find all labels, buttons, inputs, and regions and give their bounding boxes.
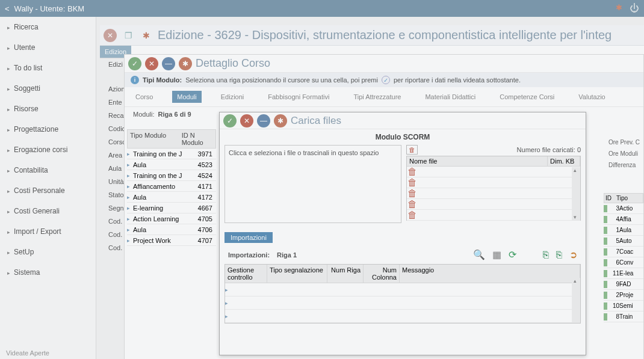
- sidebar-item[interactable]: Progettazione: [0, 119, 96, 140]
- table-row[interactable]: ▸: [225, 283, 580, 296]
- table-row[interactable]: ▸Training on the J3971: [127, 149, 216, 159]
- export-icon[interactable]: ➲: [569, 249, 577, 260]
- sidebar-item[interactable]: Contabilita: [0, 160, 96, 180]
- table-row[interactable]: ▸E-learning4667: [127, 203, 216, 213]
- info-icon: i: [131, 76, 139, 84]
- delete-icon[interactable]: 🗑: [406, 145, 418, 155]
- cancel-icon[interactable]: ✕: [145, 57, 158, 70]
- ok-icon[interactable]: ✓: [128, 57, 141, 70]
- col-header[interactable]: Tipo: [616, 195, 628, 201]
- summary-label: Differenza: [608, 162, 642, 168]
- col-header[interactable]: Tipo segnalazione: [267, 265, 327, 283]
- sidebar-item[interactable]: Risorse: [0, 99, 96, 119]
- delete-icon[interactable]: 🗑: [407, 210, 418, 221]
- table-row[interactable]: 11E-lea: [604, 268, 643, 279]
- table-row[interactable]: 🗑: [407, 210, 580, 221]
- cancel-icon[interactable]: ✕: [240, 114, 253, 127]
- summary-label: Ore Prev. C: [608, 139, 642, 146]
- moduli-table: Tipo Modulo ID N Modulo ▸Training on the…: [127, 129, 216, 246]
- sidebar-item[interactable]: Ricerca: [0, 17, 96, 37]
- grid-icon[interactable]: ▦: [492, 249, 501, 260]
- sidebar-item[interactable]: Import / Export: [0, 221, 96, 242]
- col-header[interactable]: Num Riga: [327, 265, 364, 283]
- sidebar-item[interactable]: Sistema: [0, 262, 96, 283]
- tab-moduli[interactable]: Moduli: [172, 91, 201, 103]
- tab-edizioni[interactable]: Edizioni: [216, 91, 249, 103]
- window-icon[interactable]: ❐: [122, 29, 135, 42]
- back-icon[interactable]: <: [5, 4, 10, 13]
- col-header[interactable]: Dim. KB: [548, 156, 580, 166]
- col-header[interactable]: ID: [605, 195, 616, 201]
- delete-icon[interactable]: 🗑: [407, 167, 418, 177]
- table-row[interactable]: 5Auto: [604, 236, 643, 247]
- close-icon[interactable]: ✕: [104, 29, 117, 42]
- table-row[interactable]: 7Coac: [604, 247, 643, 257]
- col-header[interactable]: Messaggio: [400, 265, 580, 283]
- tab-fabbisogni[interactable]: Fabbisogni Formativi: [263, 91, 334, 103]
- table-row[interactable]: 6Conv: [604, 257, 643, 268]
- sidebar-item[interactable]: Soggetti: [0, 78, 96, 99]
- file-drop-zone[interactable]: Clicca e seleziona i file o trascinali i…: [224, 145, 401, 223]
- minimize-icon[interactable]: —: [257, 114, 270, 127]
- bug-icon[interactable]: ✱: [179, 57, 192, 70]
- delete-icon[interactable]: 🗑: [407, 199, 418, 210]
- table-row[interactable]: ▸Aula4172: [127, 192, 216, 203]
- col-header[interactable]: Num Colonna: [364, 265, 400, 283]
- sidebar-item[interactable]: SetUp: [0, 242, 96, 262]
- sidebar-item[interactable]: To do list: [0, 58, 96, 78]
- sidebar-item[interactable]: Costi Generali: [0, 201, 96, 221]
- col-header[interactable]: Nome file: [407, 156, 548, 166]
- table-row[interactable]: 10Semi: [604, 301, 643, 311]
- table-row[interactable]: 🗑: [407, 199, 580, 210]
- power-icon[interactable]: ⏻: [630, 3, 639, 14]
- minimize-icon[interactable]: —: [162, 57, 175, 70]
- excel-export-icon[interactable]: ⎘: [556, 250, 562, 260]
- table-row[interactable]: ▸Affiancamento4171: [127, 181, 216, 192]
- table-row[interactable]: ▸: [225, 310, 580, 323]
- table-row[interactable]: 2Proje: [604, 290, 643, 301]
- table-row[interactable]: ▸: [225, 296, 580, 310]
- excel-icon[interactable]: ⎘: [543, 250, 549, 260]
- importazioni-label: Importazioni:: [228, 251, 270, 259]
- bug-icon[interactable]: ✱: [274, 114, 287, 127]
- bug-icon[interactable]: ✱: [140, 29, 153, 42]
- summary-labels: Ore Prev. C Ore Moduli Differenza: [608, 139, 642, 173]
- sidebar-item[interactable]: Erogazione corsi: [0, 140, 96, 160]
- delete-icon[interactable]: 🗑: [407, 188, 418, 199]
- tab-competenze[interactable]: Competenze Corsi: [495, 91, 559, 103]
- table-row[interactable]: ▸Aula4706: [127, 224, 216, 235]
- table-row[interactable]: 🗑: [407, 177, 580, 188]
- table-row[interactable]: 4Affia: [604, 214, 643, 225]
- apply-icon[interactable]: ✓: [382, 76, 390, 84]
- sidebar-footer[interactable]: Videate Aperte: [6, 349, 49, 357]
- table-row[interactable]: ▸Aula4523: [127, 159, 216, 170]
- table-row[interactable]: 🗑: [407, 188, 580, 199]
- scrollbar[interactable]: [572, 278, 580, 323]
- delete-icon[interactable]: 🗑: [407, 177, 418, 188]
- search-icon[interactable]: 🔍: [473, 249, 485, 260]
- window-title: Edizione - 3629 - Dispositivi, strumenta…: [158, 28, 611, 42]
- table-row[interactable]: 🗑: [407, 167, 580, 177]
- tab-materiali[interactable]: Materiali Didattici: [420, 91, 480, 103]
- bug-icon[interactable]: ✱: [616, 3, 622, 14]
- sidebar-item[interactable]: Utente: [0, 37, 96, 58]
- col-header[interactable]: Tipo Modulo: [130, 132, 182, 146]
- table-row[interactable]: 1Aula: [604, 225, 643, 236]
- col-header[interactable]: ID N Modulo: [182, 132, 213, 146]
- table-row[interactable]: 8Train: [604, 311, 643, 322]
- scrollbar[interactable]: [572, 167, 580, 220]
- table-row[interactable]: ▸Project Work4707: [127, 235, 216, 246]
- table-row[interactable]: 9FAD: [604, 279, 643, 290]
- col-header[interactable]: Gestione controllo: [225, 265, 267, 283]
- tab-corso[interactable]: Corso: [131, 91, 158, 103]
- table-row[interactable]: 3Actio: [604, 203, 643, 214]
- tab-attrezzature[interactable]: Tipi Attrezzature: [348, 91, 406, 103]
- refresh-icon[interactable]: ⟳: [509, 249, 516, 260]
- ok-icon[interactable]: ✓: [223, 114, 237, 127]
- table-row[interactable]: ▸Training on the J4524: [127, 170, 216, 181]
- tab-importazioni[interactable]: Importazioni: [224, 232, 273, 243]
- sidebar-item[interactable]: Costi Personale: [0, 180, 96, 201]
- table-row[interactable]: ▸Action Learning4705: [127, 213, 216, 224]
- info-label: Tipi Modulo:: [143, 76, 182, 84]
- tab-valutazione[interactable]: Valutazio: [574, 91, 610, 103]
